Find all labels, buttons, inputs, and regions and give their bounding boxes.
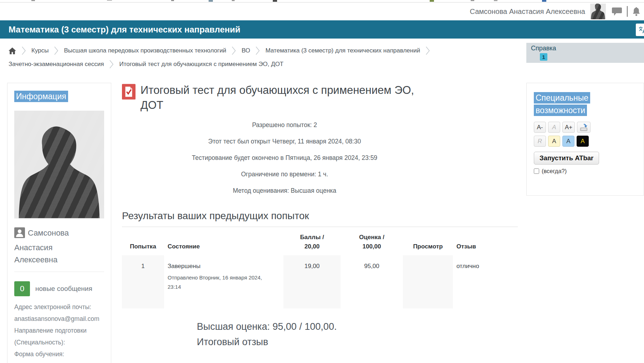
help-label[interactable]: Справка <box>531 45 644 52</box>
help-panel[interactable]: Справка 1 <box>526 43 644 63</box>
save-disk-icon <box>579 123 588 131</box>
bookmark-fragment <box>494 0 497 1</box>
study-form-label: Форма обучения: <box>14 351 64 358</box>
attempt-number: 1 <box>122 255 164 308</box>
attempt-grade: 95,00 <box>341 255 403 308</box>
breadcrumb-item-vo[interactable]: ВО <box>241 47 250 54</box>
avatar-silhouette-icon <box>590 4 606 19</box>
color-scheme-buttons: R A A A <box>534 136 637 147</box>
user-avatar[interactable] <box>590 4 606 19</box>
high-contrast-scheme-button[interactable]: A <box>577 136 589 147</box>
col-marks-line1: Баллы / <box>300 234 324 241</box>
breadcrumb: Курсы Высшая школа передовых производств… <box>9 46 515 69</box>
sidebar-title: Информация <box>14 91 68 102</box>
col-grade-line2: 100,00 <box>363 243 381 250</box>
font-larger-button[interactable]: A+ <box>562 122 575 133</box>
attempt-marks: 19,00 <box>283 255 341 308</box>
breadcrumb-item-school[interactable]: Высшая школа передовых производственных … <box>64 47 226 54</box>
attempt-state-cell: Завершены Отправлено Вторник, 16 января … <box>164 255 283 308</box>
breadcrumb-area: Курсы Высшая школа передовых производств… <box>0 39 644 73</box>
chevron-right-icon <box>231 46 236 56</box>
bookmark-fragment <box>107 0 112 1</box>
quiz-title-row: Итоговый тест для обучающихся с применен… <box>122 83 518 112</box>
chevron-right-icon <box>255 46 260 56</box>
notifications-bell-icon[interactable] <box>632 7 640 16</box>
messages-count-badge: 0 <box>14 281 30 296</box>
chevron-right-icon <box>21 46 26 56</box>
profile-photo <box>14 111 104 218</box>
accessibility-title: Специальные возможности <box>534 92 590 116</box>
bookmark-fragment <box>471 0 474 1</box>
quiz-main: Итоговый тест для обучающихся с применен… <box>122 83 518 352</box>
sidebar-divider <box>14 272 104 272</box>
chevron-right-icon <box>425 46 430 56</box>
specialty-label: Направление подготовки (Специальность): <box>14 327 87 346</box>
col-marks: Баллы / 20,00 <box>283 228 341 255</box>
col-review: Просмотр <box>403 228 453 255</box>
bookmark-fragment <box>232 0 235 1</box>
chevron-right-icon <box>109 59 114 69</box>
messages-row[interactable]: 0 новые сообщения <box>14 281 104 296</box>
bookmarks-bar-cutoff <box>0 0 644 2</box>
col-grade: Оценка / 100,00 <box>341 228 403 255</box>
save-settings-button[interactable] <box>577 122 591 133</box>
font-size-buttons: A- A A+ <box>534 122 637 133</box>
translate-icon[interactable] <box>636 24 644 36</box>
chevron-right-icon <box>54 46 58 56</box>
reset-scheme-button[interactable]: R <box>534 136 546 147</box>
breadcrumb-item-session[interactable]: Зачетно-экзаменационная сессия <box>9 61 104 68</box>
breadcrumb-item-course[interactable]: Математика (3 семестр) для технических н… <box>265 47 420 54</box>
launch-atbar-button[interactable]: Запустить ATbar <box>534 152 599 165</box>
attempts-table-header-row: Попытка Состояние Баллы / 20,00 Оценка /… <box>122 228 516 255</box>
course-header-bar: Математика (3 семестр) для технических н… <box>0 20 644 39</box>
quiz-attempts-allowed: Разрешено попыток: 2 <box>122 121 447 129</box>
attempts-table: Попытка Состояние Баллы / 20,00 Оценка /… <box>122 228 516 308</box>
help-count-badge: 1 <box>540 53 547 61</box>
messages-icon[interactable] <box>612 7 622 16</box>
quiz-info-block: Разрешено попыток: 2 Этот тест был откры… <box>122 121 447 195</box>
bookmark-fragment <box>171 0 174 1</box>
avatar-silhouette-icon <box>14 119 104 218</box>
font-default-button[interactable]: A <box>548 122 560 133</box>
course-title: Математика (3 семестр) для технических н… <box>0 25 240 35</box>
home-icon[interactable] <box>9 47 16 54</box>
col-state: Состояние <box>164 228 283 255</box>
final-grade: Высшая оценка: 95,00 / 100,00. <box>197 321 518 332</box>
font-smaller-button[interactable]: A- <box>534 122 546 133</box>
attempt-feedback: отлично <box>453 255 516 308</box>
final-feedback-heading: Итоговый отзыв <box>197 337 518 348</box>
quiz-title: Итоговый тест для обучающихся с применен… <box>140 83 426 112</box>
attempt-state: Завершены <box>168 263 280 270</box>
attempt-row: 1 Завершены Отправлено Вторник, 16 январ… <box>122 255 516 308</box>
quiz-icon <box>122 84 136 112</box>
email-value: anastiasansonova@gmail.com <box>14 315 99 322</box>
col-feedback: Отзыв <box>453 228 516 255</box>
results-heading: Результаты ваших предыдущих попыток <box>122 210 518 227</box>
col-grade-line1: Оценка / <box>359 234 384 241</box>
top-user-bar: Самсонова Анастасия Алексеевна <box>0 2 644 20</box>
bookmark-fragment <box>31 0 35 1</box>
yellow-scheme-button[interactable]: A <box>548 136 560 147</box>
person-icon <box>14 227 25 242</box>
breadcrumb-item-courses[interactable]: Курсы <box>31 47 48 54</box>
information-sidebar: Информация Самсонова Анастасия Алексеевн… <box>7 83 111 363</box>
quiz-close-date: Тестирование будет окончено в Пятница, 2… <box>122 154 447 162</box>
user-fullname[interactable]: Самсонова Анастасия Алексеевна <box>470 7 585 16</box>
bookmark-favicon-fragment <box>209 0 213 2</box>
accessibility-sidebar: Специальные возможности A- A A+ R A A A … <box>526 83 644 196</box>
atbar-always-checkbox[interactable] <box>534 168 539 174</box>
email-label: Адрес электронной почты: <box>14 303 91 311</box>
blue-scheme-button[interactable]: A <box>562 136 574 147</box>
atbar-always-row: (всегда?) <box>534 168 637 175</box>
attempt-review <box>403 255 453 308</box>
attempt-submitted-date: Отправлено Вторник, 16 января 2024, 23:1… <box>168 273 269 292</box>
bookmark-favicon-fragment <box>430 0 434 2</box>
atbar-always-label: (всегда?) <box>542 168 567 175</box>
profile-name-block: Самсонова Анастасия Алексеевна <box>14 227 88 266</box>
topbar-divider <box>627 6 628 17</box>
page-content: Информация Самсонова Анастасия Алексеевн… <box>0 83 644 363</box>
quiz-open-date: Этот тест был открыт Четверг, 11 января … <box>122 138 447 145</box>
messages-label: новые сообщения <box>35 285 92 293</box>
quiz-time-limit: Ограничение по времени: 1 ч. <box>122 171 447 178</box>
bookmark-favicon-fragment <box>273 0 277 2</box>
